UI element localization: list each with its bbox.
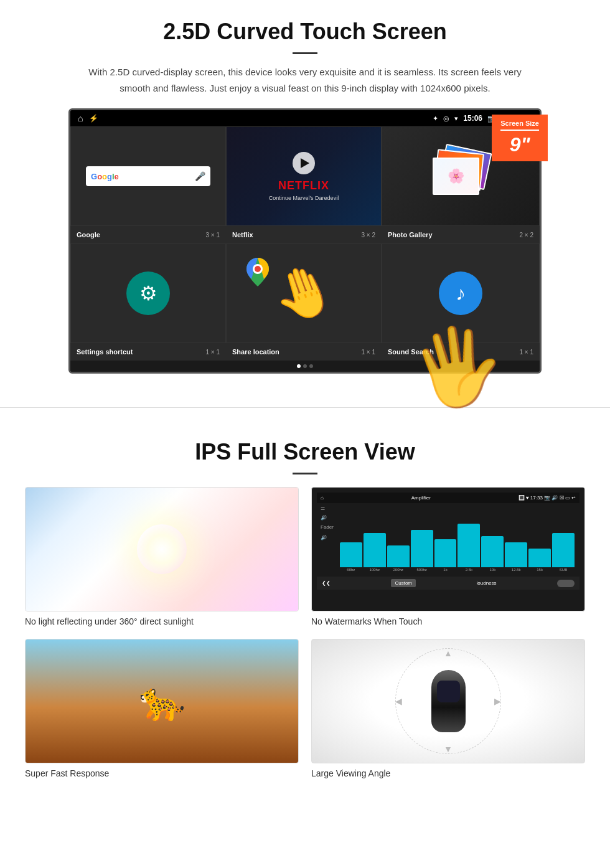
amp-footer: ❮❮ Custom loudness xyxy=(317,577,580,590)
sunlight-label: No light reflecting under 360° direct su… xyxy=(25,616,299,626)
section-ips-screen: IPS Full Screen View No light reflecting… xyxy=(0,427,610,797)
section-curved-screen: 2.5D Curved Touch Screen With 2.5D curve… xyxy=(0,0,610,389)
app-cell-share[interactable]: 🤚 xyxy=(226,243,382,343)
app-cell-settings[interactable]: ⚙ xyxy=(70,243,226,343)
settings-label-cell: Settings shortcut 1 × 1 xyxy=(70,346,226,358)
play-triangle-icon xyxy=(301,158,309,168)
status-time: 15:06 xyxy=(463,114,482,123)
amp-header: ⌂ Amplifier 🔳 ♥ 17:33 📷 🔊 ☒ ▭ ↩ xyxy=(317,493,580,503)
hand-pointing-icon: 🤚 xyxy=(265,255,343,332)
gallery-label-cell: Photo Gallery 2 × 2 xyxy=(382,229,540,241)
viewing-angle-label: Large Viewing Angle xyxy=(311,768,585,778)
status-bar: ⌂ ⚡ ✦ ◎ ▾ 15:06 📷 🔊 ☒ ▭ xyxy=(70,110,540,126)
response-label: Super Fast Response xyxy=(25,768,299,778)
share-label-cell: Share location 1 × 1 xyxy=(226,346,382,358)
car-image: ▲ ▼ ◀ ▶ xyxy=(311,639,585,763)
app-cell-google[interactable]: Google 🎤 xyxy=(70,126,226,226)
arrow-left: ◀ xyxy=(395,696,402,706)
amp-home-icon: ⌂ xyxy=(321,495,324,501)
usb-icon: ⚡ xyxy=(89,114,98,123)
section1-title: 2.5D Curved Touch Screen xyxy=(25,19,585,45)
sun-glow xyxy=(137,524,187,574)
maps-icon xyxy=(245,257,270,293)
google-app-size: 3 × 1 xyxy=(205,232,220,238)
gallery-card-3: 🌸 xyxy=(433,158,479,195)
car-top-view: ▲ ▼ ◀ ▶ xyxy=(392,645,504,757)
amp-title: Amplifier xyxy=(411,495,431,501)
netflix-content: NETFLIX Continue Marvel's Daredevil xyxy=(269,152,339,201)
amp-status: 🔳 ♥ 17:33 📷 🔊 ☒ ▭ ↩ xyxy=(518,495,576,501)
settings-app-size: 1 × 1 xyxy=(205,349,220,356)
feature-grid: No light reflecting under 360° direct su… xyxy=(25,487,585,778)
feature-sunlight: No light reflecting under 360° direct su… xyxy=(25,487,299,626)
location-icon: ◎ xyxy=(443,115,449,123)
svg-point-1 xyxy=(255,266,261,272)
amp-bars: 60hz 100hz 200hz xyxy=(339,506,576,574)
arrow-down: ▼ xyxy=(444,744,453,754)
dot-2 xyxy=(303,364,307,368)
gallery-app-name: Photo Gallery xyxy=(388,231,433,238)
cheetah-image: 🐆 xyxy=(25,639,299,763)
settings-app-name: Settings shortcut xyxy=(77,348,133,356)
google-label-cell: Google 3 × 1 xyxy=(70,229,226,241)
screen-size-badge: Screen Size 9" xyxy=(492,115,548,161)
badge-divider xyxy=(500,130,539,131)
title-divider xyxy=(293,52,317,54)
dot-3 xyxy=(309,364,313,368)
arrow-up: ▲ xyxy=(444,648,453,658)
dot-1 xyxy=(297,364,301,368)
google-app-name: Google xyxy=(77,231,100,238)
sunlight-image xyxy=(25,487,299,611)
feature-viewing-angle: ▲ ▼ ◀ ▶ Large Viewing Angle xyxy=(311,639,585,778)
wifi-icon: ▾ xyxy=(454,115,458,123)
netflix-label-cell: Netflix 3 × 2 xyxy=(226,229,382,241)
amp-custom-btn[interactable]: Custom xyxy=(391,579,416,587)
hand-touch-overlay: 🖐 xyxy=(404,316,511,418)
title-divider-2 xyxy=(293,473,317,474)
home-icon[interactable]: ⌂ xyxy=(78,113,83,123)
amplifier-image: ⌂ Amplifier 🔳 ♥ 17:33 📷 🔊 ☒ ▭ ↩ ⚌ 🔊 Fade… xyxy=(311,487,585,611)
netflix-subtitle: Continue Marvel's Daredevil xyxy=(269,195,339,201)
car-windshield xyxy=(437,681,460,702)
amp-nav: ❮❮ xyxy=(322,580,331,586)
device-container: Screen Size 9" ⌂ ⚡ ✦ ◎ ▾ 15:06 📷 🔊 ☒ xyxy=(68,108,542,374)
section-divider xyxy=(0,407,610,408)
status-left: ⌂ ⚡ xyxy=(78,113,98,123)
app-cell-netflix[interactable]: NETFLIX Continue Marvel's Daredevil xyxy=(226,126,382,226)
screen-size-label: Screen Size xyxy=(500,120,539,127)
netflix-logo: NETFLIX xyxy=(278,179,329,192)
google-logo: Google xyxy=(91,172,119,181)
settings-icon: ⚙ xyxy=(126,271,170,315)
feature-watermarks: ⌂ Amplifier 🔳 ♥ 17:33 📷 🔊 ☒ ▭ ↩ ⚌ 🔊 Fade… xyxy=(311,487,585,626)
netflix-app-name: Netflix xyxy=(232,231,253,238)
app-row-1: Google 🎤 NETFLIX Continue Marvel's Dared… xyxy=(70,126,540,226)
gallery-stack: 🌸 xyxy=(429,148,492,204)
arrow-right: ▶ xyxy=(494,696,501,706)
share-app-name: Share location xyxy=(232,348,279,356)
amp-toggle[interactable] xyxy=(557,580,575,587)
sound-app-size: 1 × 1 xyxy=(519,349,533,356)
netflix-app-size: 3 × 2 xyxy=(361,232,375,238)
bluetooth-icon: ✦ xyxy=(433,115,438,123)
section2-title: IPS Full Screen View xyxy=(25,439,585,465)
amp-loudness-label: loudness xyxy=(477,580,497,586)
mic-icon: 🎤 xyxy=(195,171,205,181)
sunlight-visual xyxy=(26,488,298,611)
share-app-size: 1 × 1 xyxy=(361,349,375,356)
feature-response: 🐆 Super Fast Response xyxy=(25,639,299,778)
car-body-top xyxy=(428,667,469,735)
screen-size-number: 9" xyxy=(500,133,539,156)
play-button[interactable] xyxy=(293,152,315,174)
google-search-bar[interactable]: Google 🎤 xyxy=(86,166,210,186)
app-label-row-1: Google 3 × 1 Netflix 3 × 2 Photo Gallery… xyxy=(70,226,540,243)
gallery-app-size: 2 × 2 xyxy=(519,232,533,238)
sound-search-icon: ♪ xyxy=(439,271,482,315)
watermarks-label: No Watermarks When Touch xyxy=(311,616,585,626)
section1-description: With 2.5D curved-display screen, this de… xyxy=(87,64,523,96)
cheetah-visual: 🐆 xyxy=(26,639,298,763)
amplifier-ui: ⌂ Amplifier 🔳 ♥ 17:33 📷 🔊 ☒ ▭ ↩ ⚌ 🔊 Fade… xyxy=(317,493,580,606)
